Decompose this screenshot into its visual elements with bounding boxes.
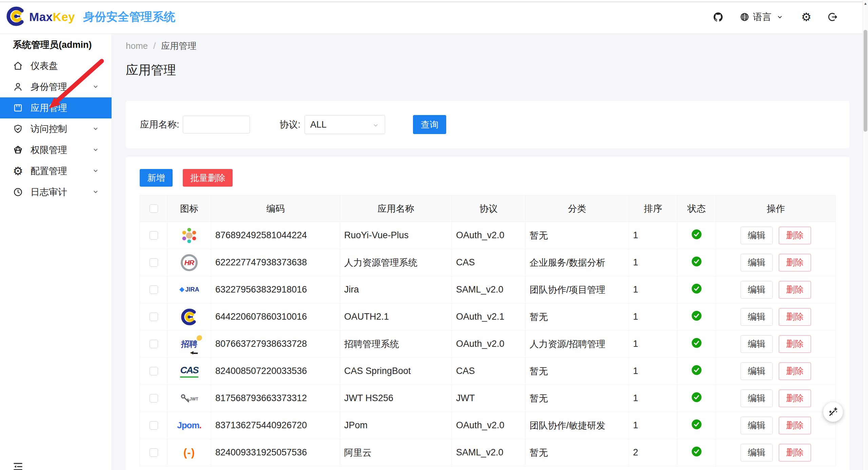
app-protocol: SAML_v2.0 <box>452 439 526 466</box>
edit-button[interactable]: 编辑 <box>741 281 773 299</box>
app-name: OAUTH2.1 <box>340 303 452 331</box>
delete-button[interactable]: 删除 <box>779 227 811 244</box>
sidebar-item-clock[interactable]: 日志审计 <box>0 182 112 203</box>
jpom-app-icon: Jpom. <box>179 416 199 435</box>
app-sort: 1 <box>629 249 677 276</box>
vertical-scrollbar[interactable]: ▲ <box>863 0 868 470</box>
column-header-7: 状态 <box>677 195 716 222</box>
app-category: 企业服务/数据分析 <box>526 249 629 276</box>
settings-gear-icon[interactable]: ⚙ <box>801 12 812 22</box>
delete-button[interactable]: 删除 <box>779 444 811 462</box>
edit-button[interactable]: 编辑 <box>741 362 773 380</box>
column-header-1: 图标 <box>167 195 211 222</box>
app-sort: 1 <box>629 385 677 412</box>
app-category: 暂无 <box>526 439 629 466</box>
logout-icon[interactable] <box>827 12 838 22</box>
scrollbar-up-arrow[interactable]: ▲ <box>863 0 868 7</box>
batch-delete-button[interactable]: 批量删除 <box>183 169 233 187</box>
cas-app-icon: CAS <box>179 361 199 381</box>
app-code: 622227747938373638 <box>211 249 340 276</box>
sidebar-item-label: 应用管理 <box>31 102 100 114</box>
status-enabled-icon <box>691 311 702 321</box>
magic-wand-button[interactable] <box>823 402 843 422</box>
row-checkbox[interactable] <box>150 340 158 348</box>
edit-button[interactable]: 编辑 <box>741 417 773 434</box>
delete-button[interactable]: 删除 <box>779 335 811 353</box>
row-checkbox[interactable] <box>150 258 158 267</box>
app-status <box>677 276 716 303</box>
row-checkbox[interactable] <box>150 231 158 240</box>
app-status <box>677 331 716 358</box>
app-name-input[interactable] <box>183 116 250 133</box>
chevron-down-icon <box>372 121 379 128</box>
edit-button[interactable]: 编辑 <box>741 390 773 407</box>
app-name: JPom <box>340 412 452 439</box>
app-protocol: OAuth_v2.0 <box>452 331 526 358</box>
sidebar-item-home[interactable]: 仪表盘 <box>0 55 112 76</box>
top-bar: MaxKey 身份安全管理系统 语言 ⚙ <box>0 0 868 34</box>
github-icon[interactable] <box>713 12 724 22</box>
delete-button[interactable]: 删除 <box>779 308 811 326</box>
row-checkbox[interactable] <box>150 394 158 402</box>
scrollbar-thumb[interactable] <box>864 30 867 132</box>
chevron-down-icon <box>92 125 100 133</box>
breadcrumb-home-link[interactable]: home <box>126 41 148 51</box>
row-checkbox[interactable] <box>150 367 158 375</box>
app-category: 暂无 <box>526 303 629 331</box>
row-checkbox[interactable] <box>150 313 158 321</box>
collapse-sidebar-icon[interactable] <box>12 461 24 470</box>
protocol-filter-label: 协议: <box>280 118 301 131</box>
delete-button[interactable]: 删除 <box>779 417 811 434</box>
app-sort: 1 <box>629 303 677 331</box>
sidebar-item-shield-check[interactable]: 访问控制 <box>0 118 112 139</box>
language-menu[interactable]: 语言 <box>739 11 785 23</box>
app-category: 人力资源/招聘管理 <box>526 331 629 358</box>
app-name: 阿里云 <box>340 439 452 466</box>
app-category: 暂无 <box>526 385 629 412</box>
edit-button[interactable]: 编辑 <box>741 335 773 353</box>
protocol-select[interactable]: ALL <box>304 115 385 134</box>
table-row: 876892492581044224RuoYi-Vue-PlusOAuth_v2… <box>140 222 836 249</box>
sidebar-item-permission-pentagon[interactable]: 权限管理 <box>0 139 112 161</box>
edit-button[interactable]: 编辑 <box>741 444 773 462</box>
app-name: 人力资源管理系统 <box>340 249 452 276</box>
search-button[interactable]: 查询 <box>413 115 446 134</box>
app-sort: 1 <box>629 276 677 303</box>
ruoyi-app-icon <box>179 226 199 245</box>
app-window-icon <box>13 103 23 113</box>
column-header-4: 协议 <box>452 195 526 222</box>
app-name: RuoYi-Vue-Plus <box>340 222 452 249</box>
row-checkbox[interactable] <box>150 285 158 294</box>
delete-button[interactable]: 删除 <box>779 362 811 380</box>
delete-button[interactable]: 删除 <box>779 390 811 407</box>
table-row: (-)824009331925057536阿里云SAML_v2.0暂无2编辑删除 <box>140 439 836 466</box>
edit-button[interactable]: 编辑 <box>741 227 773 244</box>
delete-button[interactable]: 删除 <box>779 281 811 299</box>
status-enabled-icon <box>691 419 702 430</box>
status-enabled-icon <box>691 283 702 294</box>
applications-panel: 新增 批量删除 图标编码应用名称协议分类排序状态操作 8768924925810… <box>126 157 849 470</box>
select-all-checkbox[interactable] <box>150 204 158 213</box>
add-button[interactable]: 新增 <box>140 169 173 187</box>
column-header-2: 编码 <box>211 195 340 222</box>
table-row: 644220607860310016OAUTH2.1OAuth_v2.1暂无1编… <box>140 303 836 331</box>
row-checkbox[interactable] <box>150 421 158 430</box>
topbar-actions: 语言 ⚙ <box>713 11 838 23</box>
app-protocol: OAuth_v2.0 <box>452 412 526 439</box>
gear-icon: ⚙ <box>13 166 23 176</box>
globe-icon <box>739 12 750 22</box>
breadcrumb-current: 应用管理 <box>161 40 196 52</box>
page-title: 应用管理 <box>126 62 176 79</box>
app-status <box>677 222 716 249</box>
sidebar-item-user[interactable]: 身份管理 <box>0 76 112 97</box>
app-protocol: OAuth_v2.1 <box>452 303 526 331</box>
table-header-row: 图标编码应用名称协议分类排序状态操作 <box>140 195 836 222</box>
delete-button[interactable]: 删除 <box>779 254 811 271</box>
column-header-3: 应用名称 <box>340 195 452 222</box>
row-checkbox[interactable] <box>150 448 158 457</box>
edit-button[interactable]: 编辑 <box>741 308 773 326</box>
sidebar-item-gear[interactable]: ⚙配置管理 <box>0 161 112 182</box>
sidebar-item-app-window[interactable]: 应用管理 <box>0 97 112 118</box>
edit-button[interactable]: 编辑 <box>741 254 773 271</box>
chevron-down-icon <box>92 83 100 91</box>
